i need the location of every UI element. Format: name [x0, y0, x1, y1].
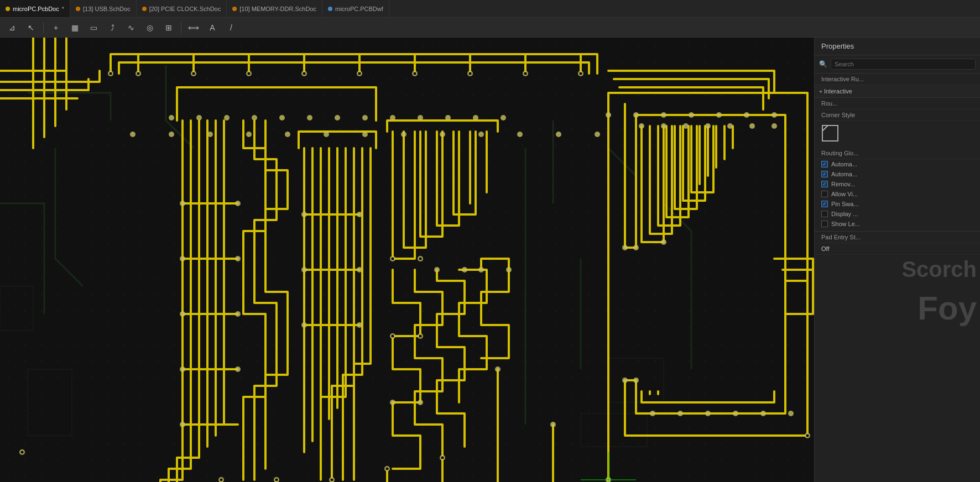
- tool-select[interactable]: ↖: [23, 20, 39, 35]
- svg-point-101: [677, 411, 683, 416]
- checkbox-show-le[interactable]: Show Le...: [815, 219, 980, 229]
- svg-point-43: [301, 322, 307, 328]
- svg-point-50: [418, 400, 423, 405]
- svg-point-99: [733, 411, 738, 416]
- tool-wire[interactable]: ⤴: [105, 20, 120, 35]
- tab-label-usb: [13] USB.SchDoc: [83, 6, 131, 12]
- corner-style-box: [815, 121, 980, 148]
- svg-point-66: [633, 378, 639, 383]
- toolbar-separator-1: [43, 22, 44, 33]
- svg-point-44: [357, 322, 362, 328]
- svg-point-30: [180, 201, 185, 206]
- svg-point-64: [661, 239, 666, 245]
- main-area: Properties 🔍 Interactive Ru... ◂ Interac…: [0, 38, 980, 482]
- svg-point-73: [550, 422, 556, 427]
- tab-label-pcie: [20] PCIE CLOCK.SchDoc: [149, 6, 221, 12]
- svg-point-22: [307, 115, 312, 120]
- svg-point-38: [180, 422, 185, 427]
- svg-point-17: [169, 115, 174, 120]
- svg-point-31: [235, 201, 241, 206]
- scorch-label: Scorch: [898, 255, 980, 284]
- checkbox-automate1[interactable]: ✓ Automa...: [815, 159, 980, 169]
- tool-line[interactable]: /: [223, 20, 239, 35]
- checkbox-allow-via[interactable]: Allow Vi...: [815, 189, 980, 199]
- svg-point-95: [772, 112, 777, 118]
- tab-dot-pcie: [142, 7, 147, 11]
- tab-usb[interactable]: [13] USB.SchDoc: [70, 0, 137, 17]
- tool-route[interactable]: ∿: [123, 20, 139, 35]
- svg-point-108: [358, 72, 361, 75]
- svg-point-65: [622, 378, 628, 383]
- svg-point-116: [419, 335, 422, 338]
- svg-point-119: [331, 479, 333, 481]
- svg-point-19: [224, 115, 230, 120]
- tool-pad[interactable]: ⊞: [161, 20, 176, 35]
- tool-measure[interactable]: ⟺: [186, 20, 201, 35]
- svg-point-79: [285, 132, 290, 137]
- tool-text[interactable]: A: [205, 20, 220, 35]
- checkbox-display[interactable]: Display ...: [815, 209, 980, 219]
- label-allow-via: Allow Vi...: [831, 191, 858, 197]
- svg-point-91: [661, 112, 666, 118]
- svg-point-97: [788, 411, 794, 416]
- svg-point-104: [137, 72, 140, 75]
- svg-point-109: [414, 72, 416, 75]
- label-automate2: Automa...: [831, 171, 857, 177]
- tool-rect[interactable]: ▭: [86, 20, 101, 35]
- svg-point-40: [357, 212, 362, 217]
- tab-dot-pcbdoc: [6, 7, 10, 11]
- tab-memory[interactable]: [10] MEMORY-DDR.SchDoc: [227, 0, 322, 17]
- svg-point-112: [580, 72, 582, 75]
- svg-point-76: [169, 132, 174, 137]
- watermark-area: Scorch Foy: [815, 255, 980, 482]
- tool-add[interactable]: +: [48, 20, 64, 35]
- search-icon: 🔍: [819, 60, 827, 68]
- search-input[interactable]: [831, 59, 976, 70]
- svg-point-54: [506, 267, 512, 273]
- svg-point-33: [235, 256, 241, 261]
- svg-point-98: [760, 411, 766, 416]
- interactive-router-row: Interactive Ru...: [815, 74, 980, 85]
- properties-panel: Properties 🔍 Interactive Ru... ◂ Interac…: [814, 38, 980, 482]
- tab-pcie[interactable]: [20] PCIE CLOCK.SchDoc: [137, 0, 227, 17]
- tool-chart[interactable]: ▦: [67, 20, 82, 35]
- svg-point-60: [749, 123, 755, 129]
- svg-point-90: [633, 112, 639, 118]
- routing-mode-label: Rou...: [821, 100, 973, 107]
- routing-gloss-label: Routing Glo...: [821, 150, 973, 156]
- interactive-section-header[interactable]: ◂ Interactive: [815, 85, 980, 98]
- search-box: 🔍: [815, 55, 980, 74]
- tab-pcbdwf[interactable]: microPC.PCBDwf: [322, 0, 389, 17]
- checkbox-pin-swap[interactable]: ✓ Pin Swa...: [815, 199, 980, 209]
- svg-point-77: [207, 132, 213, 137]
- svg-point-117: [220, 479, 223, 481]
- svg-point-92: [689, 112, 694, 118]
- tab-pcbdoc[interactable]: microPC.PcbDoc *: [0, 0, 70, 17]
- tab-label-pcbdwf: microPC.PCBDwf: [335, 6, 383, 12]
- label-show-le: Show Le...: [831, 221, 860, 227]
- corner-style-row: Corner Style: [815, 109, 980, 121]
- check-automate2: ✓: [821, 171, 828, 177]
- chevron-icon: ◂: [819, 88, 822, 94]
- tool-filter[interactable]: ⊿: [4, 20, 20, 35]
- svg-point-118: [275, 479, 278, 481]
- pad-entry-value: Off: [821, 245, 829, 252]
- tab-dot-pcbdwf: [328, 7, 332, 11]
- svg-point-63: [633, 245, 639, 250]
- pcb-canvas[interactable]: [0, 38, 814, 482]
- svg-point-24: [362, 115, 368, 120]
- routing-gloss-row: Routing Glo...: [815, 148, 980, 159]
- svg-point-42: [357, 267, 362, 273]
- svg-point-75: [130, 132, 135, 137]
- checkbox-automate2[interactable]: ✓ Automa...: [815, 169, 980, 179]
- svg-point-84: [478, 132, 484, 137]
- tool-via[interactable]: ◎: [142, 20, 158, 35]
- corner-style-preview: [821, 124, 839, 142]
- checkbox-remove[interactable]: ✓ Remov...: [815, 179, 980, 189]
- svg-point-34: [180, 311, 185, 317]
- svg-point-102: [650, 411, 655, 416]
- tab-dot-usb: [76, 7, 80, 11]
- tab-label-pcbdoc: microPC.PcbDoc: [13, 6, 59, 12]
- pcb-svg: [0, 38, 814, 482]
- tab-dot-memory: [232, 7, 237, 11]
